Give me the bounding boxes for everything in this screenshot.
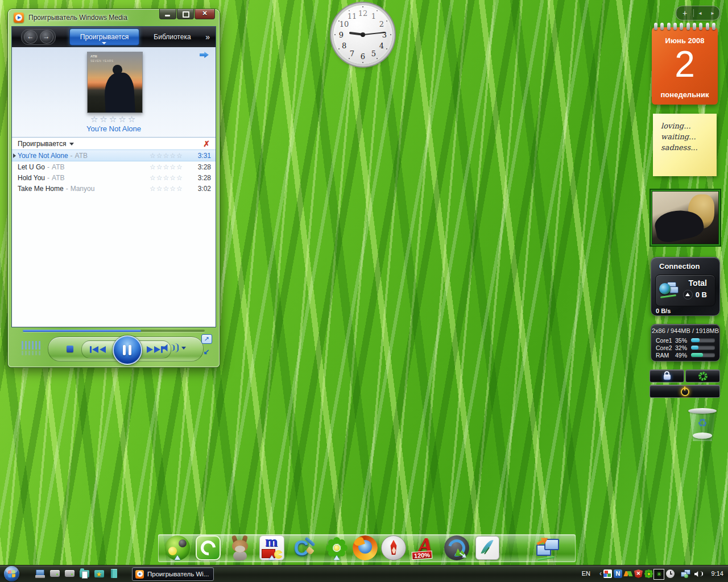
next-button[interactable]: [144, 345, 164, 354]
tab-now-playing[interactable]: Проигрывается: [69, 28, 139, 45]
previous-button[interactable]: [89, 345, 108, 354]
upload-arrow-icon: [683, 290, 693, 300]
transport-controls: [48, 336, 204, 361]
row-rating-stars[interactable]: ☆☆☆☆☆: [150, 185, 193, 193]
tray-collapse-chevron-icon[interactable]: ‹: [599, 569, 602, 577]
dock-icon-nero[interactable]: [381, 535, 406, 560]
tray-punto-icon[interactable]: [624, 569, 632, 578]
photo-slideshow-gadget[interactable]: [651, 190, 720, 246]
connection-title: Connection: [659, 262, 700, 271]
recycle-icon: ♻: [687, 416, 718, 430]
volume-caret-icon[interactable]: [181, 347, 186, 350]
album-art: ATB SEVEN YEARS: [87, 52, 143, 113]
tray-icq-icon[interactable]: [644, 569, 653, 578]
dock-icon-bittorrent[interactable]: [196, 535, 221, 560]
system-monitor-gadget[interactable]: 2x86 / 944MB / 1918MB Core1 35% Core2 32…: [651, 324, 720, 361]
wmp-titlebar[interactable]: Проигрыватель Windows Media ✕: [8, 9, 220, 26]
row-rating-stars[interactable]: ☆☆☆☆☆: [150, 152, 193, 160]
start-button[interactable]: [4, 566, 19, 581]
playlist-row[interactable]: Let U Go - ATB ☆☆☆☆☆ 3:28: [12, 161, 216, 172]
note-line: sadness...: [661, 143, 717, 152]
clock-gadget[interactable]: 121234567891011: [333, 5, 392, 64]
switch-mode-icon[interactable]: ↗: [201, 334, 212, 344]
playlist-row[interactable]: You're Not Alone - ATB ☆☆☆☆☆ 3:31: [12, 149, 216, 161]
restart-button[interactable]: [685, 369, 720, 383]
maximize-button[interactable]: [177, 9, 194, 19]
lock-button[interactable]: [650, 369, 684, 383]
taskbar-button-wmp[interactable]: Проигрыватель Wi...: [132, 567, 214, 581]
gadgets-next-button[interactable]: ►: [706, 11, 719, 16]
speaker-icon: [162, 344, 170, 352]
tray-display-icon[interactable]: [603, 569, 612, 578]
sticky-note-gadget[interactable]: loving... waiting... sadness...: [653, 114, 717, 176]
connection-gadget[interactable]: Connection Total 0 B 0 B/s: [651, 257, 720, 316]
tray-scheduler-icon[interactable]: [666, 569, 675, 578]
dock-icon-photoshop[interactable]: [475, 535, 500, 560]
nav-pill: ← →: [21, 29, 56, 45]
calendar-gadget[interactable]: Июнь 2008 2 понедельник: [652, 27, 718, 105]
spinner-icon: [698, 372, 708, 381]
compact-mode-icon[interactable]: ↙: [200, 347, 213, 356]
quicklaunch-book-icon[interactable]: [111, 569, 117, 578]
power-icon: [681, 388, 689, 396]
quicklaunch-computer-icon[interactable]: [35, 569, 45, 579]
dock-icon-acdsee[interactable]: [444, 535, 469, 560]
language-indicator[interactable]: EN: [582, 570, 590, 577]
quicklaunch-documents-icon[interactable]: [80, 570, 89, 577]
dock-icon-firefox[interactable]: [353, 535, 378, 560]
tray-network-icon[interactable]: [681, 569, 690, 578]
tray-nero-icon[interactable]: N: [614, 569, 622, 578]
playlist-dropdown-caret-icon[interactable]: [69, 143, 74, 146]
tab-library[interactable]: Библиотека: [139, 29, 206, 45]
back-icon[interactable]: ←: [24, 30, 38, 44]
dock-icon-emule[interactable]: [228, 535, 253, 560]
power-button[interactable]: [650, 385, 720, 398]
forward-icon[interactable]: →: [40, 30, 53, 44]
quicklaunch-drive-icon[interactable]: [65, 570, 75, 577]
playlist-row[interactable]: Take Me Home - Manyou ☆☆☆☆☆ 3:02: [12, 183, 216, 194]
playlist-header[interactable]: Проигрывается ✗: [12, 137, 216, 150]
quicklaunch-favorites-icon[interactable]: [94, 570, 104, 577]
tray-volume-icon[interactable]: [694, 569, 703, 578]
connection-rate: 0 B/s: [656, 307, 671, 314]
taskbar-clock[interactable]: 9:14: [712, 570, 723, 577]
dock-icon-alcohol-120[interactable]: A120%: [413, 535, 438, 560]
seek-bar[interactable]: [23, 330, 205, 332]
tray-qip-icon[interactable]: ✳: [653, 569, 664, 580]
next-arrow-icon[interactable]: [200, 52, 209, 58]
add-gadget-button[interactable]: +: [676, 9, 693, 18]
running-indicator: [175, 555, 180, 560]
playlist-row[interactable]: Hold You - ATB ☆☆☆☆☆ 3:28: [12, 172, 216, 183]
row-rating-stars[interactable]: ☆☆☆☆☆: [150, 163, 193, 171]
clear-playlist-icon[interactable]: ✗: [203, 139, 210, 148]
stop-button[interactable]: [67, 346, 73, 352]
toolbar-overflow-chevron-icon[interactable]: »: [205, 32, 210, 41]
calendar-day: 2: [652, 43, 718, 85]
wmp-window[interactable]: Проигрыватель Windows Media ✕ ← → Проигр…: [8, 9, 220, 367]
playlist-header-label[interactable]: Проигрывается: [18, 140, 66, 148]
album-title-text: SEVEN YEARS: [90, 59, 114, 63]
volume-button[interactable]: [162, 343, 186, 352]
note-line: loving...: [661, 122, 717, 130]
pause-button[interactable]: [113, 335, 142, 365]
gadgets-prev-button[interactable]: ◄: [694, 11, 706, 16]
connection-total-label: Total: [689, 278, 707, 288]
close-button[interactable]: ✕: [195, 9, 215, 19]
lock-icon: [664, 375, 671, 380]
tray-security-alert-icon[interactable]: ✕: [634, 569, 643, 578]
system-header: 2x86 / 944MB / 1918MB: [651, 327, 719, 334]
row-rating-stars[interactable]: ☆☆☆☆☆: [150, 174, 193, 182]
minimize-button[interactable]: [159, 9, 176, 19]
wmp-mini-icon: [135, 570, 144, 579]
dock-icon-ccleaner[interactable]: C: [292, 535, 317, 560]
dock-icon-remote-desktop[interactable]: [535, 535, 560, 560]
recycle-bin[interactable]: ♻: [687, 407, 718, 441]
album-artist-text: ATB: [90, 55, 97, 58]
quicklaunch-show-desktop-icon[interactable]: [50, 570, 60, 577]
seek-progress: [23, 330, 141, 332]
windows-flag-icon: [8, 570, 15, 577]
rating-stars[interactable]: ☆☆☆☆☆: [12, 114, 216, 124]
current-track-title[interactable]: You're Not Alone: [12, 124, 216, 133]
window-title: Проигрыватель Windows Media: [28, 14, 127, 22]
wmp-app-icon: [14, 13, 24, 23]
